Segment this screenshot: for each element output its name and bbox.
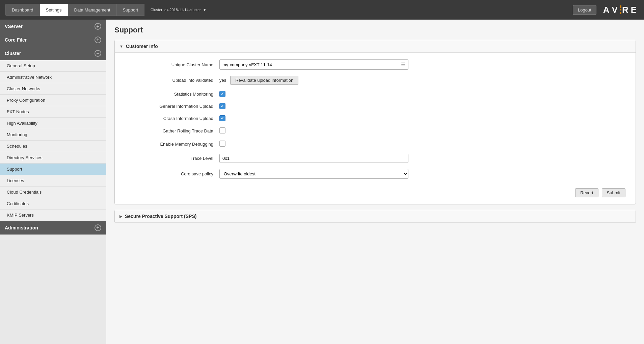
unique-cluster-name-field: ☰ — [219, 59, 625, 70]
topbar-nav: Dashboard Settings Data Management Suppo… — [5, 4, 207, 16]
sidebar-item-schedules[interactable]: Schedules — [0, 141, 106, 152]
general-info-upload-label: General Information Upload — [125, 104, 219, 109]
gather-rolling-trace-label: Gather Rolling Trace Data — [125, 128, 219, 133]
topbar-right: Logout A V R E — [573, 5, 639, 15]
sidebar-item-high-availability[interactable]: High Availability — [0, 118, 106, 129]
enable-memory-debugging-field — [219, 141, 625, 148]
trace-level-input-wrapper[interactable] — [219, 154, 408, 163]
unique-cluster-name-label: Unique Cluster Name — [125, 62, 219, 67]
crash-info-upload-field — [219, 115, 625, 121]
sidebar-section-administration[interactable]: Administration + — [0, 221, 106, 235]
input-list-icon[interactable]: ☰ — [401, 62, 405, 68]
core-save-policy-row: Core save policy Overwrite oldest Keep n… — [125, 169, 625, 179]
upload-info-label: Upload info validated — [125, 78, 219, 83]
page-title: Support — [114, 26, 636, 34]
tab-settings[interactable]: Settings — [40, 4, 68, 16]
trace-level-field — [219, 154, 625, 163]
cluster-selector[interactable]: Cluster: ek-2018-11-14-cluster ▼ — [151, 8, 206, 12]
sidebar: VServer + Core Filer + Cluster − General… — [0, 20, 106, 344]
sps-panel: ▶ Secure Proactive Support (SPS) — [114, 210, 636, 223]
logout-button[interactable]: Logout — [573, 5, 596, 15]
submit-button[interactable]: Submit — [602, 188, 625, 197]
sidebar-section-vserver[interactable]: VServer + — [0, 20, 106, 33]
sidebar-item-proxy-configuration[interactable]: Proxy Configuration — [0, 95, 106, 106]
panel-collapse-icon: ▼ — [119, 44, 123, 48]
administration-add-icon[interactable]: + — [95, 224, 101, 231]
sidebar-section-administration-label: Administration — [5, 225, 38, 230]
statistics-monitoring-checkbox[interactable] — [219, 91, 225, 97]
sidebar-item-licenses[interactable]: Licenses — [0, 175, 106, 187]
general-info-upload-row: General Information Upload — [125, 103, 625, 109]
trace-level-label: Trace Level — [125, 156, 219, 161]
unique-cluster-name-input[interactable] — [222, 62, 401, 67]
sidebar-section-corefiler-label: Core Filer — [5, 37, 27, 43]
sidebar-section-corefiler[interactable]: Core Filer + — [0, 33, 106, 47]
upload-info-value: yes — [219, 78, 226, 83]
topbar: Dashboard Settings Data Management Suppo… — [0, 0, 644, 20]
unique-cluster-name-row: Unique Cluster Name ☰ — [125, 59, 625, 70]
sidebar-item-directory-services[interactable]: Directory Services — [0, 152, 106, 164]
general-info-upload-checkbox[interactable] — [219, 103, 225, 109]
sidebar-section-cluster[interactable]: Cluster − — [0, 47, 106, 60]
trace-level-row: Trace Level — [125, 154, 625, 163]
sidebar-item-cloud-credentials[interactable]: Cloud Credentials — [0, 187, 106, 198]
vserver-add-icon[interactable]: + — [95, 23, 101, 30]
core-save-policy-select[interactable]: Overwrite oldest Keep newest Disabled — [219, 169, 408, 179]
sidebar-item-support[interactable]: Support — [0, 164, 106, 175]
sidebar-section-cluster-label: Cluster — [5, 51, 21, 56]
upload-info-group: yes Revalidate upload information — [219, 76, 625, 85]
gather-rolling-trace-field — [219, 127, 625, 134]
general-info-upload-field — [219, 103, 625, 109]
sps-panel-expand-icon: ▶ — [119, 214, 122, 219]
corefiler-add-icon[interactable]: + — [95, 36, 101, 43]
sps-panel-header[interactable]: ▶ Secure Proactive Support (SPS) — [115, 210, 636, 223]
content-area: Support ▼ Customer Info Unique Cluster N… — [106, 20, 644, 344]
sidebar-item-administrative-network[interactable]: Administrative Network — [0, 72, 106, 83]
customer-info-panel-header[interactable]: ▼ Customer Info — [115, 40, 636, 53]
enable-memory-debugging-row: Enable Memory Debugging — [125, 141, 625, 148]
customer-info-panel-body: Unique Cluster Name ☰ Upload info valida… — [115, 53, 636, 204]
statistics-monitoring-row: Statistics Monitoring — [125, 91, 625, 97]
form-actions: Revert Submit — [125, 185, 625, 197]
cluster-label: Cluster: ek-2018-11-14-cluster — [151, 8, 201, 12]
enable-memory-debugging-label: Enable Memory Debugging — [125, 142, 219, 147]
sidebar-item-monitoring[interactable]: Monitoring — [0, 129, 106, 141]
revert-button[interactable]: Revert — [575, 188, 598, 197]
revalidate-button[interactable]: Revalidate upload information — [230, 76, 298, 85]
sidebar-section-vserver-label: VServer — [5, 24, 23, 29]
core-save-policy-field: Overwrite oldest Keep newest Disabled — [219, 169, 625, 179]
gather-rolling-trace-checkbox[interactable] — [219, 127, 225, 133]
avere-logo: A V R E — [603, 5, 639, 15]
crash-info-upload-label: Crash Information Upload — [125, 116, 219, 121]
core-save-policy-label: Core save policy — [125, 171, 219, 176]
logo-divider — [620, 5, 621, 14]
cluster-collapse-icon[interactable]: − — [95, 50, 101, 57]
sidebar-item-kmip-servers[interactable]: KMIP Servers — [0, 210, 106, 221]
tab-dashboard[interactable]: Dashboard — [5, 4, 40, 16]
crash-info-upload-checkbox[interactable] — [219, 115, 225, 121]
crash-info-upload-row: Crash Information Upload — [125, 115, 625, 121]
sidebar-item-cluster-networks[interactable]: Cluster Networks — [0, 83, 106, 95]
statistics-monitoring-label: Statistics Monitoring — [125, 92, 219, 97]
trace-level-input[interactable] — [222, 156, 405, 161]
customer-info-panel-title: Customer Info — [126, 44, 158, 49]
tab-data-management[interactable]: Data Management — [68, 4, 117, 16]
gather-rolling-trace-row: Gather Rolling Trace Data — [125, 127, 625, 134]
main-layout: VServer + Core Filer + Cluster − General… — [0, 20, 644, 344]
sidebar-item-fxt-nodes[interactable]: FXT Nodes — [0, 106, 106, 118]
tab-support[interactable]: Support — [117, 4, 145, 16]
sidebar-item-general-setup[interactable]: General Setup — [0, 60, 106, 72]
sps-panel-title: Secure Proactive Support (SPS) — [125, 214, 196, 219]
sidebar-item-certificates[interactable]: Certificates — [0, 198, 106, 210]
statistics-monitoring-field — [219, 91, 625, 97]
chevron-down-icon: ▼ — [203, 8, 207, 12]
unique-cluster-name-input-wrapper[interactable]: ☰ — [219, 59, 408, 70]
enable-memory-debugging-checkbox[interactable] — [219, 141, 225, 147]
customer-info-panel: ▼ Customer Info Unique Cluster Name ☰ — [114, 40, 636, 204]
upload-info-field: yes Revalidate upload information — [219, 76, 625, 85]
upload-info-row: Upload info validated yes Revalidate upl… — [125, 76, 625, 85]
